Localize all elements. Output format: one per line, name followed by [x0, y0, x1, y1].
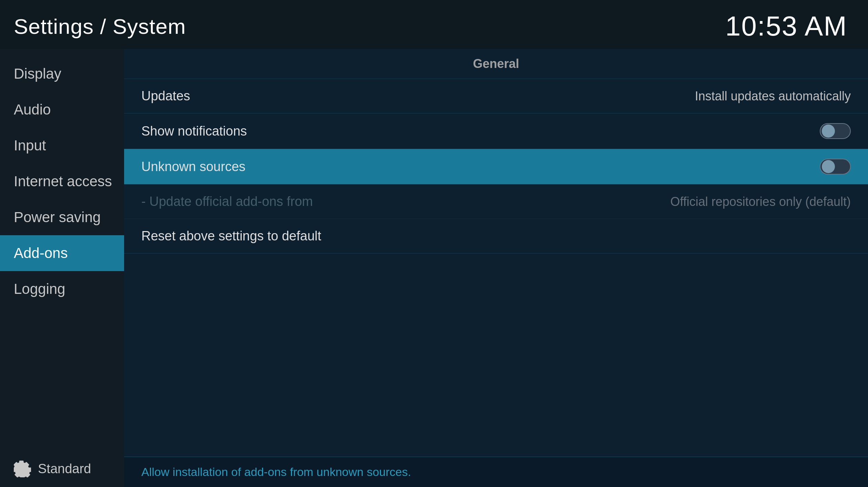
- header: Settings / System 10:53 AM: [0, 0, 868, 49]
- setting-row-reset[interactable]: Reset above settings to default: [124, 219, 868, 254]
- settings-list: Updates Install updates automatically Sh…: [124, 79, 868, 457]
- setting-row-update-official: - Update official add-ons from Official …: [124, 185, 868, 219]
- setting-label-update-official: - Update official add-ons from: [141, 194, 313, 209]
- main-container: Display Audio Input Internet access Powe…: [0, 49, 868, 487]
- sidebar: Display Audio Input Internet access Powe…: [0, 49, 124, 487]
- setting-row-updates[interactable]: Updates Install updates automatically: [124, 79, 868, 113]
- sidebar-item-internet-access[interactable]: Internet access: [0, 163, 124, 199]
- standard-label: Standard: [38, 461, 91, 476]
- setting-label-show-notifications: Show notifications: [141, 124, 247, 139]
- sidebar-item-audio[interactable]: Audio: [0, 92, 124, 128]
- sidebar-item-input[interactable]: Input: [0, 128, 124, 163]
- section-header: General: [124, 49, 868, 79]
- setting-row-unknown-sources[interactable]: Unknown sources: [124, 149, 868, 185]
- setting-value-update-official: Official repositories only (default): [670, 195, 851, 209]
- page-title: Settings / System: [14, 14, 186, 39]
- sidebar-item-power-saving[interactable]: Power saving: [0, 199, 124, 235]
- sidebar-item-add-ons[interactable]: Add-ons: [0, 235, 124, 271]
- toggle-unknown-sources[interactable]: [820, 159, 851, 175]
- content-panel: General Updates Install updates automati…: [124, 49, 868, 487]
- sidebar-item-display[interactable]: Display: [0, 56, 124, 92]
- sidebar-item-logging[interactable]: Logging: [0, 271, 124, 307]
- status-text: Allow installation of add-ons from unkno…: [141, 465, 411, 478]
- setting-value-updates: Install updates automatically: [695, 89, 851, 103]
- status-bar: Allow installation of add-ons from unkno…: [124, 457, 868, 487]
- sidebar-footer: Standard: [0, 450, 124, 487]
- setting-row-show-notifications[interactable]: Show notifications: [124, 113, 868, 149]
- clock: 10:53 AM: [725, 10, 847, 42]
- setting-label-unknown-sources: Unknown sources: [141, 159, 245, 174]
- toggle-show-notifications[interactable]: [820, 123, 851, 139]
- gear-icon: [14, 460, 31, 477]
- setting-label-updates: Updates: [141, 89, 190, 103]
- setting-label-reset: Reset above settings to default: [141, 229, 321, 244]
